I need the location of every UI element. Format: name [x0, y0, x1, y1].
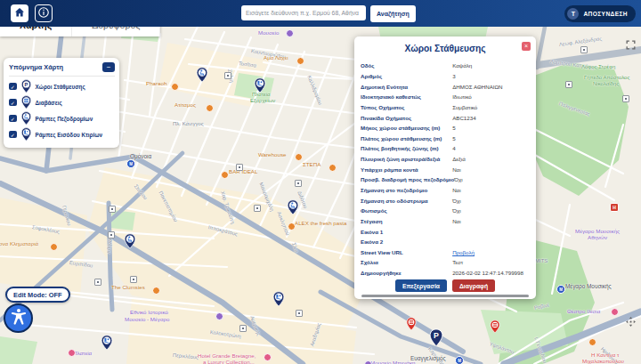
transit-stop-icon[interactable]: [109, 206, 116, 213]
crossing-pin-icon: [20, 95, 32, 109]
poi-icon[interactable]: [152, 287, 160, 295]
map-label[interactable]: Θέατρο Ιλίσια: [567, 308, 600, 314]
map-label[interactable]: Ταβέρνα Κληματαριά: [0, 240, 38, 247]
museum-poi-icon[interactable]: [286, 29, 294, 37]
map-label[interactable]: Αθηνών: [588, 234, 607, 240]
map-pin-building-ramp[interactable]: [272, 291, 285, 307]
info-button[interactable]: [35, 4, 53, 22]
detail-label: Οδός: [361, 62, 452, 69]
building-ramp-pin-icon: [20, 127, 32, 142]
transit-stop-icon[interactable]: [254, 205, 261, 212]
fullscreen-button[interactable]: [624, 39, 637, 53]
poi-icon[interactable]: [329, 164, 337, 172]
fullscreen-icon: [625, 39, 637, 53]
map-label[interactable]: The Clumsies: [111, 284, 145, 290]
poi-icon[interactable]: [221, 171, 229, 179]
metro-station-icon[interactable]: M: [556, 285, 565, 294]
transit-glyph: [242, 328, 244, 329]
map-label[interactable]: Warehouse: [258, 151, 286, 158]
poi-icon[interactable]: [295, 153, 303, 161]
map-pin-crossing-red[interactable]: [490, 320, 500, 334]
poi-icon[interactable]: [288, 222, 296, 231]
detail-label: Ιδιοκτησιακό καθεστώς: [361, 93, 452, 100]
detail-row: Προσβ. διαδρομή προς πεζοδρόμιοΌχι: [361, 174, 531, 185]
map-label[interactable]: Εθνικό Ιστορικό: [130, 309, 168, 315]
map-label[interactable]: Αμα Λάχει: [264, 54, 288, 61]
search-input[interactable]: [241, 5, 366, 20]
map-pin-parking[interactable]: P: [429, 328, 443, 347]
map-label[interactable]: Πλατεία: [73, 350, 92, 356]
accessibility-button[interactable]: [4, 303, 33, 333]
search-button[interactable]: Αναζήτηση: [370, 5, 416, 22]
poi-icon[interactable]: [50, 243, 58, 251]
poi-icon[interactable]: [68, 349, 76, 357]
museum-poi-icon[interactable]: [364, 360, 372, 364]
hospital-icon[interactable]: H: [610, 203, 619, 212]
legend-panel: Υπόμνημα Χάρτη − ✓PΧώροι Στάθμευσης✓Διαβ…: [4, 58, 119, 148]
legend-checkbox[interactable]: ✓: [9, 83, 17, 91]
transit-stop-icon[interactable]: [295, 180, 302, 187]
legend-item: ✓Διαβάσεις: [9, 94, 115, 110]
transit-stop-icon[interactable]: [236, 164, 243, 171]
delete-button[interactable]: Διαγραφή: [452, 279, 495, 292]
map-label[interactable]: Pharaoh: [146, 80, 166, 86]
legend-collapse-button[interactable]: −: [102, 62, 115, 72]
transit-stop-icon[interactable]: [130, 276, 137, 283]
pan-control-button[interactable]: [624, 316, 637, 329]
detail-value: 3: [452, 73, 531, 79]
transit-stop-icon[interactable]: [296, 310, 303, 317]
legend-checkbox[interactable]: ✓: [9, 115, 17, 123]
museum-poi-icon[interactable]: [215, 312, 223, 320]
map-pin-crossing-red[interactable]: [406, 317, 417, 331]
poi-icon[interactable]: [611, 308, 619, 316]
map-pin-sidewalk-ramp[interactable]: [287, 199, 299, 215]
popup-scrollbar[interactable]: [361, 295, 529, 297]
transit-stop-icon[interactable]: [108, 231, 115, 239]
transit-stop-icon[interactable]: [239, 325, 247, 332]
legend-item-label: Διαβάσεις: [36, 100, 62, 106]
home-button[interactable]: [11, 4, 28, 22]
map-label: a Luxury Collection...: [203, 359, 255, 364]
poi-icon[interactable]: [171, 83, 179, 91]
detail-row: Σήμανση στο πεζοδρόμιοΝαι: [361, 185, 531, 196]
map-pin-building-ramp[interactable]: [101, 335, 113, 351]
map-label[interactable]: Μουσείο Μπενάκη: [370, 360, 415, 364]
metro-station-icon[interactable]: M: [455, 356, 464, 364]
map-pin-sidewalk-ramp[interactable]: [124, 233, 136, 249]
map-label[interactable]: Μέγαρο Μουσικής: [575, 228, 620, 234]
detail-label: Τύπος Οχήματος: [361, 104, 452, 110]
transit-stop-icon[interactable]: [565, 81, 572, 88]
poi-icon[interactable]: [588, 338, 596, 346]
map-label[interactable]: ALEX the fresh pasta: [295, 220, 346, 226]
map-label[interactable]: ΣΤΕΠΑ: [303, 161, 320, 167]
legend-item: ✓Ράμπες Πεζοδρομίων: [9, 110, 115, 126]
map-label[interactable]: Ατίταμος: [174, 101, 196, 108]
detail-value: ABC1234: [452, 115, 531, 121]
legend-checkbox[interactable]: ✓: [9, 99, 17, 107]
close-button[interactable]: ×: [522, 42, 531, 51]
metro-station-icon[interactable]: M: [126, 159, 135, 168]
map-label[interactable]: BAR IDEAL: [229, 168, 257, 174]
transit-stop-icon[interactable]: [94, 279, 101, 286]
logout-button[interactable]: T ΑΠΟΣΥΝΔΕΣΗ: [564, 5, 636, 22]
poi-icon[interactable]: [206, 104, 214, 112]
feature-details-popup: × Χώροι Στάθμευσης ΟδόςΚαψάληΑριθμός3Δημ…: [354, 36, 536, 299]
transit-glyph: [256, 207, 258, 209]
map-label[interactable]: Μουσείο - Μέγαρο: [125, 316, 169, 322]
street-view-link[interactable]: Προβολή: [452, 249, 531, 255]
accessibility-icon: [9, 307, 28, 329]
legend-checkbox[interactable]: ✓: [9, 131, 17, 139]
detail-label: Στέγαση: [361, 218, 452, 224]
detail-value: ΔΗΜΟΣ ΑΘΗΝΑΙΩΝ: [452, 84, 531, 90]
map-label[interactable]: Μουσείο: [258, 29, 279, 36]
poi-icon[interactable]: [296, 57, 304, 65]
transit-stop-icon[interactable]: [622, 95, 629, 102]
map-pin-building-ramp[interactable]: [254, 77, 266, 93]
map-pin-sidewalk-ramp[interactable]: [196, 67, 208, 83]
detail-row: Εικόνα 2: [361, 237, 531, 247]
edit-button[interactable]: Επεξεργασία: [395, 279, 447, 292]
detail-label: Αριθμός: [361, 73, 452, 79]
transit-stop-icon[interactable]: [224, 72, 231, 79]
transit-stop-icon[interactable]: [580, 46, 588, 53]
poi-icon[interactable]: [264, 353, 272, 361]
